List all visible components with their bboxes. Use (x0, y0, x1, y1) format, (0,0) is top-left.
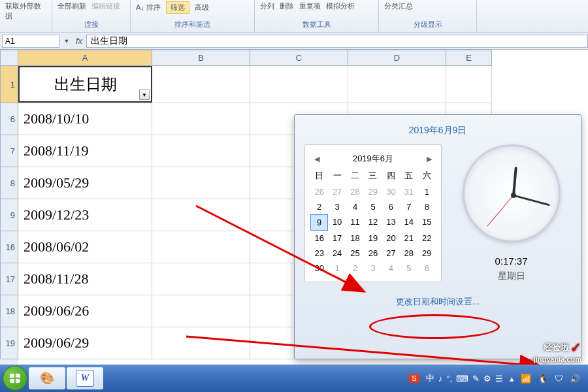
calendar-day-next-month[interactable]: 1 (328, 261, 346, 276)
ime-icon-3[interactable]: ✎ (472, 374, 480, 384)
empty-cell[interactable] (250, 66, 348, 103)
calendar-day[interactable]: 17 (328, 231, 346, 246)
empty-cell[interactable] (152, 231, 250, 263)
calendar-day[interactable]: 28 (400, 246, 417, 261)
empty-cell[interactable] (152, 199, 250, 231)
col-header-b[interactable]: B (152, 50, 250, 66)
empty-cell[interactable] (152, 66, 250, 103)
calendar-day[interactable]: 21 (400, 231, 417, 246)
tray-shield-icon[interactable]: 🛡 (555, 374, 563, 384)
ime-toolbar[interactable]: 中 ♪ °, ⌨ ✎ ⚙ ☰ (426, 372, 503, 384)
col-header-a[interactable]: A (18, 50, 152, 66)
calendar-day[interactable]: 30 (310, 261, 328, 276)
row-header-7[interactable]: 7 (0, 135, 18, 167)
calendar-day-prev-month[interactable]: 29 (364, 184, 382, 199)
calendar-day[interactable]: 12 (364, 214, 382, 231)
calendar-day[interactable]: 14 (400, 214, 417, 231)
empty-cell[interactable] (152, 263, 250, 295)
select-all-corner[interactable] (0, 50, 18, 66)
row-header-18[interactable]: 18 (0, 295, 18, 327)
data-cell[interactable]: 2008/06/02 (18, 231, 152, 263)
calendar-day[interactable]: 9 (310, 214, 328, 231)
word-taskbar-button[interactable]: W (67, 367, 103, 389)
tray-qq-icon[interactable]: 🐧 (538, 374, 548, 384)
calendar-day-next-month[interactable]: 4 (382, 261, 400, 276)
calendar-day[interactable]: 15 (418, 214, 436, 231)
calendar-day[interactable]: 13 (382, 214, 400, 231)
col-header-d[interactable]: D (348, 50, 446, 66)
data-cell[interactable]: 2009/05/29 (18, 167, 152, 199)
paint-taskbar-button[interactable]: 🎨 (29, 367, 65, 389)
calendar-day[interactable]: 10 (328, 214, 346, 231)
ime-icon-2[interactable]: °, (446, 374, 452, 384)
calendar-day[interactable]: 20 (382, 231, 400, 246)
row-header-9[interactable]: 9 (0, 199, 18, 231)
formula-input[interactable]: 出生日期 (86, 35, 588, 48)
data-cell[interactable]: 2008/10/10 (18, 103, 152, 135)
ime-icon-1[interactable]: ♪ (438, 374, 443, 384)
change-datetime-settings-link[interactable]: 更改日期和时间设置... (396, 297, 480, 306)
subtotal-button[interactable]: 分类汇总 (384, 1, 413, 11)
remove-button[interactable]: 删除 (280, 1, 294, 11)
row-header-1[interactable]: 1 (0, 66, 18, 103)
calendar-day[interactable]: 29 (418, 246, 436, 261)
calendar-day-next-month[interactable]: 6 (418, 261, 436, 276)
calendar-day[interactable]: 4 (346, 199, 364, 214)
row-header-17[interactable]: 17 (0, 263, 18, 295)
empty-cell[interactable] (152, 103, 250, 135)
text-to-columns-button[interactable]: 分列 (260, 1, 274, 11)
filter-button[interactable]: 筛选 (166, 1, 189, 14)
row-header-19[interactable]: 19 (0, 327, 18, 359)
calendar-day[interactable]: 16 (310, 231, 328, 246)
header-cell-a1[interactable]: 出生日期▼ (18, 66, 152, 103)
tray-network-icon[interactable]: 📶 (521, 374, 531, 384)
calendar-day-next-month[interactable]: 5 (400, 261, 417, 276)
calendar-day[interactable]: 8 (418, 199, 436, 214)
calendar-day[interactable]: 23 (310, 246, 328, 261)
name-box-dropdown[interactable]: ▼ (61, 38, 72, 44)
calendar-day-prev-month[interactable]: 26 (310, 184, 328, 199)
duplicates-button[interactable]: 重复项 (299, 1, 321, 11)
col-header-e[interactable]: E (446, 50, 492, 66)
calendar-day-next-month[interactable]: 2 (346, 261, 364, 276)
calendar-day[interactable]: 7 (400, 199, 417, 214)
advanced-button[interactable]: 高级 (195, 3, 209, 12)
edit-links-button[interactable]: 编辑链接 (91, 1, 120, 11)
calendar-day-prev-month[interactable]: 27 (328, 184, 346, 199)
empty-cell[interactable] (152, 135, 250, 167)
refresh-all-button[interactable]: 全部刷新 (57, 1, 86, 11)
start-button[interactable] (3, 366, 27, 391)
ime-icon-5[interactable]: ☰ (495, 374, 503, 384)
sort-button[interactable]: A↓ 排序 (136, 3, 161, 12)
calendar-day[interactable]: 22 (418, 231, 436, 246)
next-month-button[interactable]: ▶ (427, 155, 432, 163)
empty-cell[interactable] (152, 327, 250, 359)
sogou-ime-icon[interactable]: S (409, 374, 419, 383)
data-cell[interactable]: 2009/12/23 (18, 199, 152, 231)
filter-dropdown-button[interactable]: ▼ (139, 90, 150, 100)
calendar-day[interactable]: 6 (382, 199, 400, 214)
row-header-16[interactable]: 16 (0, 231, 18, 263)
name-box[interactable]: A1 (2, 35, 59, 48)
calendar-day[interactable]: 27 (382, 246, 400, 261)
what-if-button[interactable]: 模拟分析 (326, 1, 355, 11)
calendar-day[interactable]: 5 (364, 199, 382, 214)
calendar-day-next-month[interactable]: 3 (364, 261, 382, 276)
calendar-day-prev-month[interactable]: 28 (346, 184, 364, 199)
row-header-8[interactable]: 8 (0, 167, 18, 199)
empty-cell[interactable] (348, 66, 446, 103)
empty-cell[interactable] (152, 167, 250, 199)
tray-expand-icon[interactable]: ▴ (510, 374, 514, 384)
data-cell[interactable]: 2009/06/26 (18, 295, 152, 327)
prev-month-button[interactable]: ◀ (314, 155, 319, 163)
calendar-day-prev-month[interactable]: 31 (400, 184, 417, 199)
get-external-data-button[interactable]: 获取外部数据 (5, 1, 46, 21)
data-cell[interactable]: 2009/06/29 (18, 327, 152, 359)
ime-icon-4[interactable]: ⚙ (483, 374, 491, 384)
calendar-day[interactable]: 11 (346, 214, 364, 231)
empty-cell[interactable] (446, 66, 492, 103)
ime-keyboard-icon[interactable]: ⌨ (456, 374, 468, 384)
data-cell[interactable]: 2008/11/19 (18, 135, 152, 167)
calendar-day[interactable]: 2 (310, 199, 328, 214)
ime-lang-indicator[interactable]: 中 (426, 372, 434, 384)
